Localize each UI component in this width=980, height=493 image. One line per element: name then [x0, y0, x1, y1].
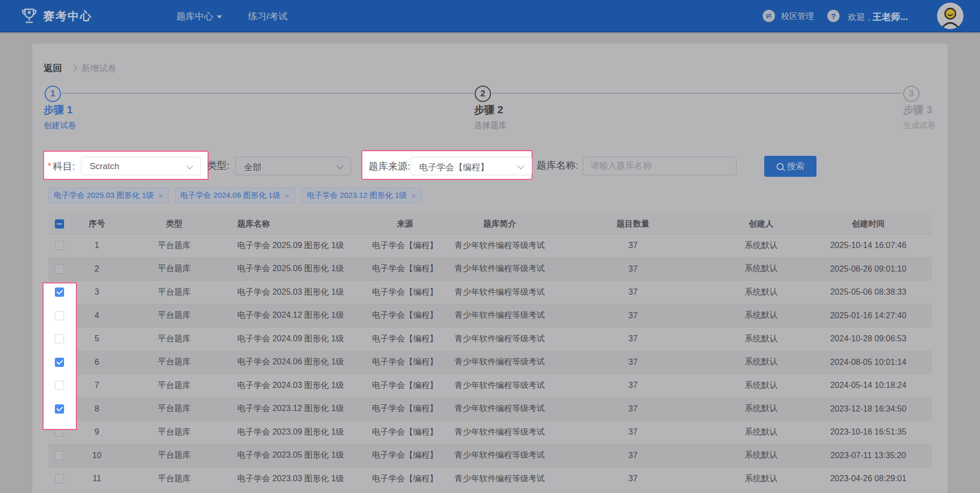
cell-no: 9	[71, 427, 123, 437]
highlight-box-subject: * 科目: Scratch	[43, 151, 209, 180]
search-button[interactable]: 搜索	[764, 156, 816, 177]
search-icon	[777, 163, 784, 170]
help-icon[interactable]	[827, 10, 840, 22]
row-checkbox-highlighted[interactable]	[55, 404, 64, 414]
cell-no: 11	[71, 474, 123, 483]
select-all-checkbox[interactable]	[55, 219, 64, 229]
table-row[interactable]: 3 平台题库 电子学会 2025.03 图形化 1级 电子学会【编程】 青少年软…	[48, 281, 932, 304]
chevron-down-icon	[336, 162, 343, 170]
table-row[interactable]: 11 平台题库 电子学会 2023.03 图形化 1级 电子学会【编程】 青少年…	[48, 467, 932, 491]
table-row[interactable]: 5 平台题库 电子学会 2024.09 图形化 1级 电子学会【编程】 青少年软…	[48, 327, 932, 351]
row-checkbox-highlighted[interactable]	[55, 358, 64, 367]
tag-close-icon[interactable]: ×	[412, 192, 416, 199]
trophy-icon	[19, 6, 39, 26]
tag-close-icon[interactable]: ×	[285, 192, 290, 199]
cell-creator: 系统默认	[718, 427, 805, 438]
row-checkbox[interactable]	[55, 451, 64, 460]
cell-source: 电子学会【编程】	[359, 240, 451, 251]
table-row[interactable]: 6 平台题库 电子学会 2024.06 图形化 1级 电子学会【编程】 青少年软…	[48, 351, 932, 375]
source-select[interactable]: 电子学会【编程】	[411, 157, 532, 175]
table-row[interactable]: 7 平台题库 电子学会 2024.03 图形化 1级 电子学会【编程】 青少年软…	[48, 374, 932, 398]
nav-practice-exam[interactable]: 练习/考试	[248, 10, 288, 23]
tag-close-icon[interactable]: ×	[158, 192, 163, 199]
chevron-down-icon	[517, 162, 524, 170]
bank-tag[interactable]: 电子学会 2023.12 图形化 1级 ×	[301, 188, 422, 203]
cell-bank-name: 电子学会 2023.05 图形化 1级	[226, 450, 359, 461]
cell-source: 电子学会【编程】	[359, 474, 451, 484]
cell-creator: 系统默认	[718, 380, 805, 391]
highlight-box-source: 题库来源: 电子学会【编程】	[361, 150, 533, 180]
cell-count: 37	[548, 311, 718, 320]
row-checkbox-highlighted[interactable]	[55, 287, 64, 297]
col-header-desc: 题库简介	[451, 219, 548, 230]
cell-desc: 青少年软件编程等级考试	[451, 240, 548, 251]
type-select[interactable]: 全部	[235, 157, 351, 175]
breadcrumb-chevron-icon	[70, 64, 77, 71]
cell-created: 2023-07-11 13:35:20	[805, 451, 932, 460]
indeterminate-icon	[57, 223, 62, 224]
table-row[interactable]: 9 平台题库 电子学会 2023.09 图形化 1级 电子学会【编程】 青少年软…	[48, 421, 932, 444]
row-checkbox[interactable]	[55, 474, 64, 483]
type-select-value: 全部	[244, 161, 261, 173]
cell-count: 37	[548, 381, 718, 390]
username[interactable]: 王老师...	[872, 12, 908, 22]
table-row[interactable]: 1 平台题库 电子学会 2025.09 图形化 1级 电子学会【编程】 青少年软…	[48, 234, 932, 258]
cell-creator: 系统默认	[718, 263, 805, 274]
row-checkbox-highlighted[interactable]	[55, 334, 64, 343]
table-row[interactable]: 2 平台题库 电子学会 2025.06 图形化 1级 电子学会【编程】 青少年软…	[48, 258, 932, 281]
step-connector	[492, 93, 902, 94]
cell-creator: 系统默认	[718, 357, 805, 367]
back-button[interactable]: 返回	[44, 62, 62, 74]
step-3-title: 步骤 3	[903, 103, 932, 117]
cell-bank-name: 电子学会 2025.03 图形化 1级	[226, 287, 359, 298]
required-asterisk: *	[48, 161, 51, 172]
cell-type: 平台题库	[123, 450, 226, 461]
step-3-circle: 3	[903, 86, 920, 102]
chevron-down-icon	[186, 162, 193, 170]
cell-type: 平台题库	[123, 380, 226, 391]
cell-created: 2024-05-14 10:18:24	[805, 381, 932, 390]
cell-type: 平台题库	[123, 357, 226, 367]
cell-count: 37	[548, 334, 718, 343]
cell-desc: 青少年软件编程等级考试	[451, 357, 548, 367]
row-checkbox[interactable]	[55, 241, 64, 250]
tag-label: 电子学会 2025.03 图形化 1级	[54, 191, 154, 200]
cell-count: 37	[548, 358, 718, 367]
cell-created: 2025-10-14 16:07:46	[805, 241, 932, 250]
col-header-created: 创建时间	[805, 219, 932, 230]
row-checkbox-highlighted[interactable]	[55, 381, 64, 390]
campus-management-label[interactable]: 校区管理	[781, 11, 814, 22]
cell-count: 37	[548, 264, 718, 274]
cell-source: 电子学会【编程】	[359, 263, 451, 274]
row-checkbox[interactable]	[55, 264, 64, 274]
cell-creator: 系统默认	[718, 334, 805, 344]
cell-created: 2025-05-06 08:38:33	[805, 287, 932, 297]
col-header-creator: 创建人	[718, 219, 805, 230]
cell-source: 电子学会【编程】	[359, 287, 451, 298]
bank-name-input[interactable]	[583, 157, 737, 175]
cell-created: 2025-01-16 14:27:40	[805, 311, 932, 320]
tag-label: 电子学会 2023.12 图形化 1级	[307, 191, 407, 200]
subject-select[interactable]: Scratch	[81, 157, 201, 175]
user-avatar[interactable]	[937, 3, 964, 29]
cell-source: 电子学会【编程】	[359, 334, 451, 344]
welcome-text: 欢迎 , 王老师...	[848, 11, 908, 23]
table-row[interactable]: 10 平台题库 电子学会 2023.05 图形化 1级 电子学会【编程】 青少年…	[48, 444, 932, 468]
cell-no: 5	[71, 334, 123, 343]
table-row[interactable]: 8 平台题库 电子学会 2023.12 图形化 1级 电子学会【编程】 青少年软…	[48, 398, 932, 421]
col-header-count: 题目数量	[548, 219, 718, 230]
campus-transfer-icon[interactable]	[763, 10, 775, 22]
row-checkbox-highlighted[interactable]	[55, 311, 64, 320]
bank-tag[interactable]: 电子学会 2024.06 图形化 1级 ×	[175, 188, 295, 203]
cell-no: 4	[71, 311, 123, 320]
cell-source: 电子学会【编程】	[359, 380, 451, 391]
table-row[interactable]: 4 平台题库 电子学会 2024.12 图形化 1级 电子学会【编程】 青少年软…	[48, 304, 932, 328]
check-icon	[56, 358, 63, 365]
cell-no: 6	[71, 358, 123, 367]
tag-label: 电子学会 2024.06 图形化 1级	[180, 191, 280, 200]
bank-tag[interactable]: 电子学会 2025.03 图形化 1级 ×	[48, 188, 169, 203]
cell-no: 1	[71, 241, 123, 250]
nav-question-bank-center[interactable]: 题库中心	[176, 10, 222, 23]
question-bank-table: 序号 类型 题库名称 来源 题库简介 题目数量 创建人 创建时间 1 平台题库 …	[48, 214, 932, 491]
cell-desc: 青少年软件编程等级考试	[451, 474, 548, 484]
